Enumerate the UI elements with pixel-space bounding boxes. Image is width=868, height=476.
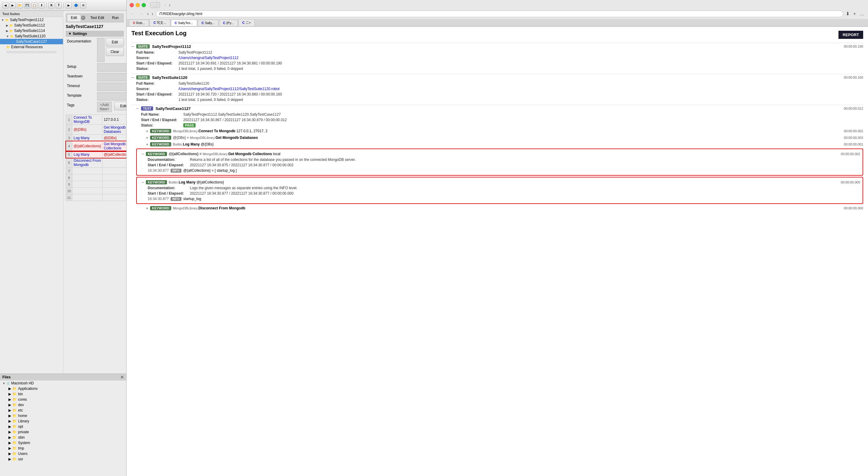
list-item[interactable]: ▶📁Library xyxy=(0,418,126,424)
teardown-input[interactable] xyxy=(97,73,126,81)
tree-item-case1127[interactable]: ✔ SallyTestCase1127 xyxy=(0,39,63,44)
list-item[interactable]: ▶📁sbin xyxy=(0,435,126,440)
table-row[interactable]: 2 @{DBs} Get Mongodb Databases xyxy=(66,125,127,135)
step-col2[interactable]: @{allCollections} xyxy=(102,151,126,158)
step-col2[interactable] xyxy=(102,188,126,194)
step-col1[interactable]: Log Many xyxy=(72,135,102,141)
forward-icon[interactable]: ▶ xyxy=(10,2,16,8)
step-col1[interactable] xyxy=(72,194,102,201)
step-col2[interactable]: @{DBs} xyxy=(102,135,126,141)
next-tab-btn[interactable]: › xyxy=(167,2,172,8)
template-icon[interactable]: T xyxy=(56,2,62,8)
documentation-input[interactable] xyxy=(97,38,104,62)
horizontal-scrollbar[interactable] xyxy=(6,51,57,53)
suite1-toggle-btn[interactable]: − xyxy=(131,44,134,49)
step-col2[interactable]: Get Mongodb Collections xyxy=(102,141,126,151)
step-col2[interactable] xyxy=(102,174,126,181)
setup-input[interactable] xyxy=(97,63,126,72)
copy-icon[interactable]: 📋 xyxy=(31,2,37,8)
step-col1[interactable]: Connect To MongoDB xyxy=(72,115,102,125)
kw3-toggle-btn[interactable]: + xyxy=(146,142,148,147)
add-new-btn[interactable]: <Add New> xyxy=(97,102,112,112)
list-item[interactable]: ▶📁System xyxy=(0,440,126,446)
browser-tab-new[interactable]: C 二+ xyxy=(239,19,255,26)
list-item[interactable]: ▶📁home xyxy=(0,413,126,418)
tree-item-suite1120[interactable]: ▼ 📁 SallyTestSuite1120 xyxy=(0,33,63,39)
list-item[interactable]: ▶📁cores xyxy=(0,397,126,402)
tab-edit[interactable]: Edit xyxy=(67,14,81,21)
list-item[interactable]: ▶📁Users xyxy=(0,451,126,456)
macintosh-hd[interactable]: ▼ 💿 Macintosh HD xyxy=(0,381,126,386)
minimize-window-btn[interactable] xyxy=(135,3,140,7)
address-bar[interactable]: /T/RIDEfoacgdyr.d/log.html xyxy=(156,10,843,17)
prev-tab-btn[interactable]: ‹ xyxy=(163,2,167,8)
browser-tab-sally2[interactable]: C Sally... xyxy=(198,20,218,26)
kw5-toggle-btn[interactable]: − xyxy=(142,180,144,185)
prev-page-btn[interactable]: ‹ xyxy=(146,10,150,17)
browser-tab-rob[interactable]: R Rob... xyxy=(129,20,149,26)
report-btn[interactable]: REPORT xyxy=(838,31,863,39)
table-row[interactable]: 7 xyxy=(66,168,127,174)
tree-item-suite1114[interactable]: ▶ 📁 SallyTestSuite1114 xyxy=(0,28,63,33)
files-close-btn[interactable]: ✕ xyxy=(120,375,124,380)
tree-item-suite1112[interactable]: ▶ 📁 SallyTestSuite1112 xyxy=(0,23,63,28)
timeout-input[interactable] xyxy=(97,83,126,91)
step-col1[interactable] xyxy=(72,181,102,188)
up-icon[interactable]: ⬆ xyxy=(38,2,44,8)
documentation-clear-btn[interactable]: Clear xyxy=(106,47,124,56)
tags-edit-btn[interactable]: Edit xyxy=(114,102,126,110)
table-row[interactable]: 5 Log Many @{allCollections} xyxy=(66,151,127,158)
settings-header[interactable]: ▼ Settings xyxy=(66,31,124,37)
settings-icon[interactable]: ⚙ xyxy=(80,2,86,8)
step-col1[interactable] xyxy=(72,168,102,174)
list-item[interactable]: ▶📁Applications xyxy=(0,386,126,391)
back-btn[interactable]: ← xyxy=(129,10,136,17)
view-toggle-btn[interactable]: ⬜ xyxy=(150,2,160,8)
list-item[interactable]: ▶📁etc xyxy=(0,408,126,413)
table-row[interactable]: 3 Log Many @{DBs} xyxy=(66,135,127,141)
close-window-btn[interactable] xyxy=(130,3,134,7)
step-col2[interactable] xyxy=(102,194,126,201)
tab-textedit[interactable]: Text Edit xyxy=(87,14,108,21)
save-icon[interactable]: 💾 xyxy=(24,2,30,8)
step-col2[interactable]: Get Mongodb Databases xyxy=(102,125,126,135)
close-tab-btn[interactable]: ✕ xyxy=(81,16,85,20)
more-btn[interactable]: … xyxy=(858,10,866,17)
kw6-toggle-btn[interactable]: + xyxy=(146,206,148,211)
list-item[interactable]: ▶📁bin xyxy=(0,391,126,397)
table-row[interactable]: 1 Connect To MongoDB 127.0.0.1 27017 2 xyxy=(66,115,127,125)
step-col1[interactable] xyxy=(72,188,102,194)
tab-run[interactable]: Run xyxy=(108,14,123,21)
tree-item-project[interactable]: ▼ 📁 SallyTestProject1112 xyxy=(0,17,63,23)
list-item[interactable]: ▶📁usr xyxy=(0,456,126,462)
open-icon[interactable]: 📂 xyxy=(17,2,23,8)
new-tab-btn[interactable]: + xyxy=(852,10,857,17)
browser-tab-c1[interactable]: C 写文... xyxy=(150,19,170,26)
list-item[interactable]: ▶📁tmp xyxy=(0,446,126,451)
step-col2[interactable] xyxy=(102,168,126,174)
test1-toggle-btn[interactable]: − xyxy=(136,106,138,111)
browser-tab-py[interactable]: C {Py... xyxy=(219,20,238,26)
keyword-icon[interactable]: K xyxy=(49,2,55,8)
kw4-toggle-btn[interactable]: − xyxy=(142,152,144,156)
table-row[interactable]: 9 xyxy=(66,181,127,188)
kw2-toggle-btn[interactable]: + xyxy=(146,135,148,140)
table-row[interactable]: 10 xyxy=(66,188,127,194)
table-row[interactable]: 11 xyxy=(66,194,127,201)
browser-tab-sally1[interactable]: C SallyTes... xyxy=(171,20,197,26)
table-row[interactable]: 4 @{allCollections} Get Mongodb Collecti… xyxy=(66,141,127,151)
forward-btn[interactable]: → xyxy=(137,10,145,17)
tree-item-external[interactable]: 📁 External Resources xyxy=(0,44,63,50)
template-input[interactable] xyxy=(97,92,126,101)
suite2-toggle-btn[interactable]: − xyxy=(131,75,134,80)
table-row[interactable]: 6 Disconnect From Mongodb xyxy=(66,158,127,168)
kw1-toggle-btn[interactable]: + xyxy=(146,129,148,133)
list-item[interactable]: ▶📁private xyxy=(0,429,126,435)
table-row[interactable]: 8 xyxy=(66,174,127,181)
back-icon[interactable]: ◀ xyxy=(2,2,8,8)
debug-icon[interactable]: 🔵 xyxy=(73,2,79,8)
next-page-btn[interactable]: › xyxy=(150,10,154,17)
download-btn[interactable]: ⬇ xyxy=(844,10,851,17)
list-item[interactable]: ▶📁dev xyxy=(0,402,126,408)
maximize-window-btn[interactable] xyxy=(142,3,146,7)
